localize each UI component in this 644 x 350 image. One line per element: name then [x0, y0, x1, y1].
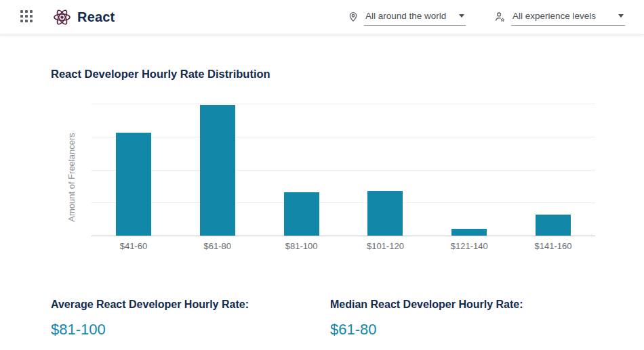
- x-axis-labels: $41-60$61-80$81-100$101-120$121-140$141-…: [92, 241, 595, 251]
- bars-container: [92, 104, 595, 236]
- experience-badge-icon: [494, 11, 506, 26]
- location-select-value: All around the world: [365, 11, 446, 21]
- chart-title: React Developer Hourly Rate Distribution: [51, 68, 595, 81]
- average-rate-block: Average React Developer Hourly Rate: $81…: [51, 299, 330, 338]
- bar: [200, 105, 235, 236]
- plot-outer: $41-60$61-80$81-100$101-120$121-140$141-…: [92, 104, 595, 251]
- filters: All around the world All experience leve…: [348, 9, 625, 26]
- plot-area: [92, 104, 595, 236]
- average-rate-value: $81-100: [51, 321, 330, 338]
- experience-select-value: All experience levels: [512, 11, 596, 21]
- bar-slot: [511, 104, 595, 236]
- bar: [451, 229, 487, 236]
- chevron-down-icon: [459, 14, 464, 18]
- x-tick-label: $101-120: [343, 241, 427, 251]
- experience-select[interactable]: All experience levels: [511, 9, 625, 26]
- median-rate-label: Median React Developer Hourly Rate:: [330, 299, 523, 311]
- hourly-rate-chart: Amount of Freelancers $41-60$61-80$81-10…: [51, 104, 595, 251]
- location-select[interactable]: All around the world: [364, 9, 466, 26]
- average-rate-label: Average React Developer Hourly Rate:: [51, 299, 330, 311]
- bar: [284, 192, 319, 236]
- y-axis: Amount of Freelancers: [51, 104, 92, 251]
- y-axis-label: Amount of Freelancers: [66, 133, 77, 222]
- bar: [367, 191, 403, 236]
- bar-slot: [343, 104, 427, 236]
- app-header: React All around the world: [0, 0, 644, 35]
- median-rate-block: Median React Developer Hourly Rate: $61-…: [330, 299, 523, 338]
- x-tick-label: $141-160: [511, 241, 595, 251]
- brand-group: React: [20, 8, 115, 26]
- main-content: React Developer Hourly Rate Distribution…: [0, 35, 644, 338]
- location-filter: All around the world: [348, 9, 466, 26]
- react-logo-icon: [53, 8, 71, 26]
- experience-filter: All experience levels: [494, 9, 625, 26]
- bar-slot: [260, 104, 344, 236]
- bar-slot: [427, 104, 511, 236]
- x-tick-label: $61-80: [176, 241, 260, 251]
- stats-row: Average React Developer Hourly Rate: $81…: [51, 299, 595, 338]
- bar-slot: [176, 104, 260, 236]
- apps-grid-icon[interactable]: [20, 10, 35, 25]
- bar: [536, 215, 571, 236]
- chevron-down-icon: [618, 14, 624, 18]
- x-tick-label: $121-140: [427, 241, 511, 251]
- x-tick-label: $81-100: [260, 241, 344, 251]
- median-rate-value: $61-80: [330, 321, 523, 338]
- location-pin-icon: [348, 11, 359, 26]
- bar-slot: [92, 104, 176, 236]
- page-title: React: [77, 9, 115, 25]
- bar: [116, 133, 151, 236]
- brand[interactable]: React: [53, 8, 115, 26]
- x-tick-label: $41-60: [92, 241, 176, 251]
